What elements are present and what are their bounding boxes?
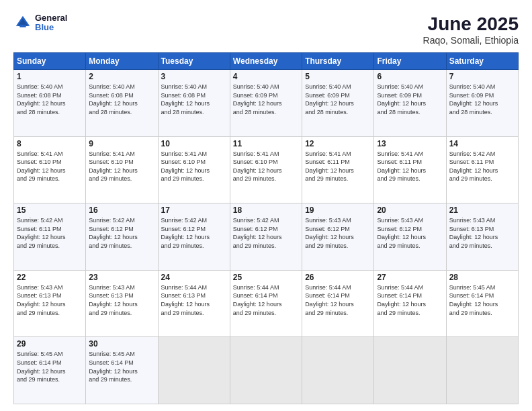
day-info: Sunrise: 5:42 AMSunset: 6:11 PMDaylight:… [449, 150, 515, 183]
calendar-subtitle: Raqo, Somali, Ethiopia [423, 35, 519, 46]
calendar-cell [374, 337, 446, 404]
calendar-body: 1Sunrise: 5:40 AMSunset: 6:08 PMDaylight… [14, 70, 519, 404]
day-number: 19 [305, 205, 371, 215]
day-info: Sunrise: 5:43 AMSunset: 6:13 PMDaylight:… [17, 283, 83, 317]
logo-text: General Blue [35, 13, 67, 33]
day-of-week-monday: Monday [86, 53, 158, 70]
day-number: 27 [377, 273, 443, 282]
calendar-cell: 18Sunrise: 5:42 AMSunset: 6:12 PMDayligh… [230, 203, 302, 271]
calendar-cell: 12Sunrise: 5:41 AMSunset: 6:11 PMDayligh… [302, 136, 374, 203]
day-info: Sunrise: 5:42 AMSunset: 6:12 PMDaylight:… [89, 216, 154, 250]
header: General Blue June 2025 Raqo, Somali, Eth… [13, 13, 519, 46]
day-of-week-friday: Friday [374, 53, 446, 70]
calendar-cell: 13Sunrise: 5:41 AMSunset: 6:11 PMDayligh… [374, 136, 446, 203]
calendar-cell: 10Sunrise: 5:41 AMSunset: 6:10 PMDayligh… [158, 136, 230, 203]
logo-icon [13, 13, 32, 32]
day-of-week-tuesday: Tuesday [158, 53, 230, 70]
calendar-cell: 29Sunrise: 5:45 AMSunset: 6:14 PMDayligh… [14, 337, 86, 404]
day-info: Sunrise: 5:41 AMSunset: 6:10 PMDaylight:… [17, 150, 83, 183]
day-info: Sunrise: 5:41 AMSunset: 6:10 PMDaylight:… [161, 150, 227, 183]
day-number: 13 [377, 139, 443, 148]
title-block: June 2025 Raqo, Somali, Ethiopia [423, 13, 519, 46]
calendar-cell: 24Sunrise: 5:44 AMSunset: 6:13 PMDayligh… [158, 270, 230, 337]
calendar-cell: 2Sunrise: 5:40 AMSunset: 6:08 PMDaylight… [86, 70, 158, 137]
calendar-cell: 4Sunrise: 5:40 AMSunset: 6:09 PMDaylight… [230, 70, 302, 137]
day-info: Sunrise: 5:43 AMSunset: 6:12 PMDaylight:… [305, 216, 371, 250]
day-of-week-saturday: Saturday [446, 53, 518, 70]
day-number: 1 [17, 72, 83, 81]
calendar-cell: 11Sunrise: 5:41 AMSunset: 6:10 PMDayligh… [230, 136, 302, 203]
calendar-cell: 17Sunrise: 5:42 AMSunset: 6:12 PMDayligh… [158, 203, 230, 271]
calendar-cell: 1Sunrise: 5:40 AMSunset: 6:08 PMDaylight… [14, 70, 86, 137]
day-number: 7 [449, 72, 515, 81]
day-of-week-sunday: Sunday [14, 53, 86, 70]
day-info: Sunrise: 5:44 AMSunset: 6:13 PMDaylight:… [161, 283, 227, 317]
day-info: Sunrise: 5:43 AMSunset: 6:13 PMDaylight:… [89, 283, 154, 317]
day-of-week-wednesday: Wednesday [230, 53, 302, 70]
day-number: 11 [233, 139, 299, 148]
calendar-cell: 21Sunrise: 5:43 AMSunset: 6:13 PMDayligh… [446, 203, 518, 271]
day-info: Sunrise: 5:40 AMSunset: 6:08 PMDaylight:… [17, 83, 83, 116]
calendar-cell: 30Sunrise: 5:45 AMSunset: 6:14 PMDayligh… [86, 337, 158, 404]
calendar-cell: 25Sunrise: 5:44 AMSunset: 6:14 PMDayligh… [230, 270, 302, 337]
day-number: 22 [17, 273, 83, 282]
day-info: Sunrise: 5:45 AMSunset: 6:14 PMDaylight:… [449, 283, 515, 317]
day-number: 17 [161, 205, 227, 215]
day-info: Sunrise: 5:42 AMSunset: 6:12 PMDaylight:… [161, 216, 227, 250]
day-number: 15 [17, 205, 83, 215]
day-info: Sunrise: 5:43 AMSunset: 6:12 PMDaylight:… [377, 216, 443, 250]
day-number: 23 [89, 273, 154, 282]
day-info: Sunrise: 5:41 AMSunset: 6:10 PMDaylight:… [233, 150, 299, 183]
day-number: 30 [89, 339, 154, 349]
calendar-cell: 3Sunrise: 5:40 AMSunset: 6:08 PMDaylight… [158, 70, 230, 137]
calendar-header: SundayMondayTuesdayWednesdayThursdayFrid… [14, 53, 519, 70]
calendar-cell: 9Sunrise: 5:41 AMSunset: 6:10 PMDaylight… [86, 136, 158, 203]
day-of-week-thursday: Thursday [302, 53, 374, 70]
page: General Blue June 2025 Raqo, Somali, Eth… [0, 0, 532, 411]
calendar-table: SundayMondayTuesdayWednesdayThursdayFrid… [13, 52, 519, 404]
calendar-cell: 23Sunrise: 5:43 AMSunset: 6:13 PMDayligh… [86, 270, 158, 337]
day-number: 4 [233, 72, 299, 81]
calendar-cell: 22Sunrise: 5:43 AMSunset: 6:13 PMDayligh… [14, 270, 86, 337]
calendar-cell: 27Sunrise: 5:44 AMSunset: 6:14 PMDayligh… [374, 270, 446, 337]
day-info: Sunrise: 5:42 AMSunset: 6:12 PMDaylight:… [233, 216, 299, 250]
calendar-cell: 16Sunrise: 5:42 AMSunset: 6:12 PMDayligh… [86, 203, 158, 271]
calendar-week-4: 22Sunrise: 5:43 AMSunset: 6:13 PMDayligh… [14, 270, 519, 337]
day-number: 12 [305, 139, 371, 148]
day-number: 6 [377, 72, 443, 81]
day-info: Sunrise: 5:40 AMSunset: 6:09 PMDaylight:… [377, 83, 443, 116]
day-number: 8 [17, 139, 83, 148]
calendar-cell: 7Sunrise: 5:40 AMSunset: 6:09 PMDaylight… [446, 70, 518, 137]
day-number: 25 [233, 273, 299, 282]
day-info: Sunrise: 5:43 AMSunset: 6:13 PMDaylight:… [449, 216, 515, 250]
day-number: 24 [161, 273, 227, 282]
day-info: Sunrise: 5:42 AMSunset: 6:11 PMDaylight:… [17, 216, 83, 250]
day-info: Sunrise: 5:40 AMSunset: 6:08 PMDaylight:… [161, 83, 227, 116]
day-number: 3 [161, 72, 227, 81]
logo-general: General [35, 13, 67, 23]
day-info: Sunrise: 5:40 AMSunset: 6:09 PMDaylight:… [305, 83, 371, 116]
day-info: Sunrise: 5:44 AMSunset: 6:14 PMDaylight:… [233, 283, 299, 317]
calendar-cell: 5Sunrise: 5:40 AMSunset: 6:09 PMDaylight… [302, 70, 374, 137]
svg-rect-2 [19, 25, 26, 28]
calendar-cell: 28Sunrise: 5:45 AMSunset: 6:14 PMDayligh… [446, 270, 518, 337]
calendar-cell: 20Sunrise: 5:43 AMSunset: 6:12 PMDayligh… [374, 203, 446, 271]
calendar-title: June 2025 [423, 13, 519, 35]
day-number: 18 [233, 205, 299, 215]
day-number: 16 [89, 205, 154, 215]
day-number: 21 [449, 205, 515, 215]
day-number: 26 [305, 273, 371, 282]
calendar-week-5: 29Sunrise: 5:45 AMSunset: 6:14 PMDayligh… [14, 337, 519, 404]
day-number: 9 [89, 139, 154, 148]
days-of-week-row: SundayMondayTuesdayWednesdayThursdayFrid… [14, 53, 519, 70]
calendar-cell: 8Sunrise: 5:41 AMSunset: 6:10 PMDaylight… [14, 136, 86, 203]
calendar-cell [302, 337, 374, 404]
calendar-cell [230, 337, 302, 404]
calendar-cell [446, 337, 518, 404]
calendar-cell: 15Sunrise: 5:42 AMSunset: 6:11 PMDayligh… [14, 203, 86, 271]
day-info: Sunrise: 5:40 AMSunset: 6:08 PMDaylight:… [89, 83, 154, 116]
calendar-cell: 26Sunrise: 5:44 AMSunset: 6:14 PMDayligh… [302, 270, 374, 337]
day-info: Sunrise: 5:41 AMSunset: 6:11 PMDaylight:… [305, 150, 371, 183]
calendar-cell: 14Sunrise: 5:42 AMSunset: 6:11 PMDayligh… [446, 136, 518, 203]
calendar-cell [158, 337, 230, 404]
